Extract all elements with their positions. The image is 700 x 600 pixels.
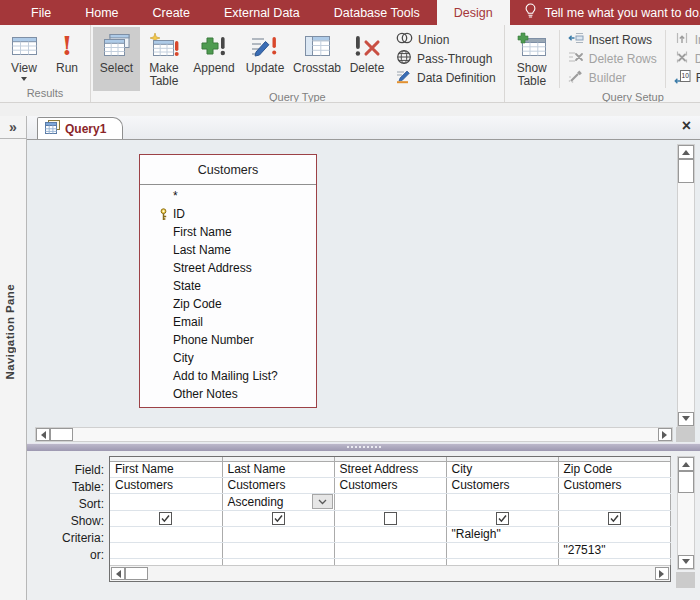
- grid-cell-table-2[interactable]: Customers: [222, 477, 334, 493]
- grid-horizontal-scrollbar-thumb[interactable]: [125, 567, 148, 580]
- grid-cell-table-5[interactable]: Customers: [558, 477, 670, 493]
- grid-cell-show-2[interactable]: [222, 510, 334, 526]
- expand-navigation-pane-button[interactable]: »: [0, 116, 26, 139]
- grid-cell-field-4[interactable]: City: [446, 461, 558, 477]
- grid-scroll-up-button[interactable]: [678, 457, 694, 471]
- show-checkbox-2[interactable]: [272, 512, 285, 525]
- tab-design[interactable]: Design: [437, 0, 510, 25]
- pane-splitter[interactable]: [27, 443, 700, 451]
- grid-cell-sort-1[interactable]: [110, 493, 222, 510]
- field-list-customers[interactable]: Customers *IDFirst NameLast NameStreet A…: [139, 154, 317, 408]
- show-table-button[interactable]: Show Table: [507, 27, 557, 91]
- grid-horizontal-scrollbar[interactable]: [110, 565, 670, 581]
- make-table-button[interactable]: Make Table: [140, 27, 188, 91]
- field-list-item[interactable]: State: [140, 277, 316, 295]
- field-list-item[interactable]: Add to Mailing List?: [140, 367, 316, 385]
- grid-cell-or-4[interactable]: [446, 542, 558, 558]
- grid-cell-field-1[interactable]: First Name: [110, 461, 222, 477]
- field-list-item[interactable]: Zip Code: [140, 295, 316, 313]
- grid-cell-criteria-4[interactable]: "Raleigh": [446, 526, 558, 542]
- design-vertical-scrollbar[interactable]: [677, 144, 695, 427]
- grid-cell-sort-3[interactable]: [334, 493, 446, 510]
- grid-cell-criteria-3[interactable]: [334, 526, 446, 542]
- tab-create[interactable]: Create: [136, 0, 208, 25]
- show-checkbox-3[interactable]: [384, 512, 397, 525]
- grid-cell-or-2[interactable]: [222, 542, 334, 558]
- field-list-item[interactable]: Phone Number: [140, 331, 316, 349]
- sort-dropdown-button[interactable]: [312, 494, 333, 509]
- scroll-up-button[interactable]: [678, 145, 694, 159]
- field-list-item[interactable]: Street Address: [140, 259, 316, 277]
- view-button[interactable]: View: [2, 27, 46, 87]
- field-list-item[interactable]: First Name: [140, 223, 316, 241]
- grid-cell-sort-4[interactable]: [446, 493, 558, 510]
- grid-cell-or-3[interactable]: [334, 542, 446, 558]
- grid-cell-or-5[interactable]: "27513": [558, 542, 670, 558]
- show-checkbox-4[interactable]: [496, 512, 509, 525]
- grid-cell-sort-2[interactable]: Ascending: [222, 493, 334, 510]
- scroll-right-button[interactable]: [658, 428, 672, 441]
- show-checkbox-1[interactable]: [159, 512, 172, 525]
- field-list-item[interactable]: Last Name: [140, 241, 316, 259]
- field-list-item[interactable]: *: [140, 187, 316, 205]
- view-dropdown-arrow[interactable]: [21, 77, 27, 84]
- grid-cell-show-1[interactable]: [110, 510, 222, 526]
- return-button[interactable]: 10 Return:: [671, 68, 700, 87]
- design-grid[interactable]: First NameLast NameStreet AddressCityZip…: [109, 456, 671, 582]
- grid-cell-criteria-2[interactable]: [222, 526, 334, 542]
- tab-database-tools[interactable]: Database Tools: [317, 0, 437, 25]
- grid-cell-sort-5[interactable]: [558, 493, 670, 510]
- select-query-button[interactable]: Select: [93, 27, 140, 91]
- horizontal-scrollbar-thumb[interactable]: [50, 428, 73, 441]
- show-checkbox-5[interactable]: [608, 512, 621, 525]
- grid-vertical-scrollbar-thumb[interactable]: [678, 471, 694, 493]
- grid-scroll-left-button[interactable]: [111, 567, 125, 580]
- grid-cell-criteria-5[interactable]: [558, 526, 670, 542]
- grid-cell-field-2[interactable]: Last Name: [222, 461, 334, 477]
- query-grid-pane[interactable]: Field:Table:Sort:Show:Criteria:or: First…: [27, 451, 700, 600]
- grid-cell-show-3[interactable]: [334, 510, 446, 526]
- field-list-item[interactable]: Email: [140, 313, 316, 331]
- query-design-surface[interactable]: Customers *IDFirst NameLast NameStreet A…: [27, 140, 700, 443]
- design-horizontal-scrollbar[interactable]: [35, 427, 673, 442]
- tell-me-box[interactable]: Tell me what you want to do...: [518, 0, 700, 25]
- pass-through-button[interactable]: Pass-Through: [393, 49, 499, 68]
- builder-button[interactable]: Builder: [565, 68, 660, 87]
- run-button[interactable]: ! Run: [46, 27, 88, 87]
- grid-cell-table-3[interactable]: Customers: [334, 477, 446, 493]
- update-button[interactable]: Update: [240, 27, 290, 91]
- append-button[interactable]: Append: [188, 27, 240, 91]
- close-document-button[interactable]: ×: [682, 118, 691, 134]
- document-tab-query1[interactable]: Query1: [37, 117, 123, 139]
- grid-scroll-down-button[interactable]: [678, 555, 694, 569]
- scroll-left-button[interactable]: [36, 428, 50, 441]
- insert-columns-button[interactable]: Insert Co: [671, 30, 700, 49]
- grid-scroll-right-button[interactable]: [655, 567, 669, 580]
- grid-cell-or-1[interactable]: [110, 542, 222, 558]
- tab-file[interactable]: File: [14, 0, 68, 25]
- delete-rows-button[interactable]: Delete Rows: [565, 49, 660, 68]
- field-list-item[interactable]: ID: [140, 205, 316, 223]
- grid-vertical-scrollbar[interactable]: [677, 456, 695, 570]
- field-list-item[interactable]: City: [140, 349, 316, 367]
- scroll-down-button[interactable]: [678, 412, 694, 426]
- navigation-pane-collapsed[interactable]: » Navigation Pane: [0, 116, 27, 600]
- delete-query-button[interactable]: Delete: [344, 27, 390, 91]
- grid-cell-show-4[interactable]: [446, 510, 558, 526]
- delete-columns-button[interactable]: Delete C: [671, 49, 700, 68]
- data-definition-button[interactable]: Data Definition: [393, 68, 499, 87]
- field-list-title[interactable]: Customers: [140, 155, 316, 185]
- vertical-scrollbar-thumb[interactable]: [678, 159, 694, 183]
- grid-cell-table-4[interactable]: Customers: [446, 477, 558, 493]
- grid-cell-field-3[interactable]: Street Address: [334, 461, 446, 477]
- tab-home[interactable]: Home: [68, 0, 135, 25]
- crosstab-button[interactable]: Crosstab: [290, 27, 344, 91]
- union-button[interactable]: Union: [393, 30, 499, 49]
- insert-rows-button[interactable]: Insert Rows: [565, 30, 660, 49]
- tab-external-data[interactable]: External Data: [207, 0, 317, 25]
- grid-cell-show-5[interactable]: [558, 510, 670, 526]
- grid-cell-field-5[interactable]: Zip Code: [558, 461, 670, 477]
- grid-cell-table-1[interactable]: Customers: [110, 477, 222, 493]
- grid-cell-criteria-1[interactable]: [110, 526, 222, 542]
- field-list-item[interactable]: Other Notes: [140, 385, 316, 403]
